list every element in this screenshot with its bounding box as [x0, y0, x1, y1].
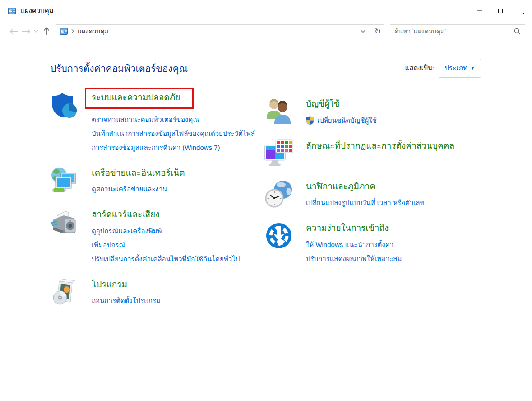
task-link[interactable]: เปลี่ยนแปลงรูปแบบวันที่ เวลา หรือตัวเลข	[306, 196, 425, 210]
window-controls	[469, 0, 532, 21]
window-title: แผงควบคุม	[20, 5, 54, 16]
view-by-control: แสดงเป็น: ประเภท ▼	[405, 59, 481, 78]
appearance-personalization-icon[interactable]	[264, 139, 293, 168]
category-column-left: ระบบและความปลอดภัย ตรวจทานสถานะคอมพิวเตอ…	[50, 91, 264, 319]
task-link[interactable]: ให้ Windows แนะนำการตั้งค่า	[306, 238, 393, 252]
forward-button[interactable]	[20, 24, 32, 38]
task-link[interactable]: ดูอุปกรณ์และเครื่องพิมพ์	[92, 224, 162, 238]
network-internet-icon[interactable]	[50, 166, 79, 195]
category-user-accounts: บัญชีผู้ใช้	[264, 97, 532, 127]
breadcrumb-chevron-icon[interactable]	[71, 29, 74, 33]
up-button[interactable]	[40, 24, 52, 38]
category-title-ease-of-access[interactable]: ความง่ายในการเข้าถึง	[306, 222, 389, 234]
task-link[interactable]: การสำรองข้อมูลและการคืนค่า (Windows 7)	[92, 140, 220, 154]
category-title-system-security[interactable]: ระบบและความปลอดภัย	[85, 88, 194, 109]
category-title-appearance-personalization[interactable]: ลักษณะที่ปรากฏและการตั้งค่าส่วนบุคคล	[306, 140, 454, 152]
view-by-dropdown[interactable]: ประเภท ▼	[439, 59, 481, 78]
task-link[interactable]: บันทึกสำเนาการสำรองข้อมูลไฟล์ของคุณด้วยป…	[92, 126, 255, 140]
search-box	[390, 24, 525, 38]
task-link[interactable]: ถอนการติดตั้งโปรแกรม	[92, 294, 161, 308]
user-accounts-icon[interactable]	[264, 97, 293, 126]
clock-region-icon[interactable]	[264, 180, 293, 209]
minimize-button[interactable]	[469, 0, 490, 21]
maximize-button[interactable]	[490, 0, 511, 21]
system-security-icon[interactable]	[50, 91, 79, 120]
hardware-sound-icon[interactable]	[50, 208, 79, 237]
category-column-right: บัญชีผู้ใช้	[264, 91, 532, 319]
address-bar[interactable]: แผงควบคุม	[56, 24, 371, 38]
category-programs: โปรแกรม ถอนการติดตั้งโปรแกรม	[50, 278, 264, 308]
task-link[interactable]: ปรับเปลี่ยนการตั้งค่าเคลื่อนไหวที่มักใช้…	[92, 252, 240, 266]
uac-shield-icon	[306, 116, 314, 125]
ease-of-access-icon[interactable]	[264, 221, 293, 250]
view-by-label: แสดงเป็น:	[405, 63, 435, 74]
task-link[interactable]: ปรับการแสดงผลภาพให้เหมาะสม	[306, 252, 402, 266]
task-link[interactable]: ตรวจทานสถานะคอมพิวเตอร์ของคุณ	[92, 112, 199, 126]
view-by-value: ประเภท	[445, 63, 468, 74]
task-link[interactable]: ดูสถานะเครือข่ายและงาน	[92, 182, 167, 196]
search-input[interactable]	[394, 28, 514, 35]
category-title-network-internet[interactable]: เครือข่ายและอินเทอร์เน็ต	[92, 167, 185, 179]
page-title: ปรับการตั้งค่าคอมพิวเตอร์ของคุณ	[50, 61, 188, 76]
search-icon[interactable]	[514, 28, 521, 35]
recent-pages-chevron-icon[interactable]	[32, 24, 40, 38]
category-network-internet: เครือข่ายและอินเทอร์เน็ต ดูสถานะเครือข่า…	[50, 166, 264, 196]
back-button[interactable]	[8, 24, 20, 38]
category-clock-region: นาฬิกาและภูมิภาค เปลี่ยนแปลงรูปแบบวันที่…	[264, 180, 532, 210]
task-link-uac[interactable]: เปลี่ยนชนิดบัญชีผู้ใช้	[306, 113, 377, 127]
category-title-hardware-sound[interactable]: ฮาร์ดแวร์และเสียง	[92, 208, 160, 221]
programs-icon[interactable]	[50, 278, 79, 307]
category-title-clock-region[interactable]: นาฬิกาและภูมิภาค	[306, 180, 375, 193]
task-link[interactable]: เพิ่มอุปกรณ์	[92, 238, 125, 252]
address-control-panel-icon	[60, 28, 68, 35]
refresh-button[interactable]: ↻	[371, 24, 384, 38]
category-title-user-accounts[interactable]: บัญชีผู้ใช้	[306, 98, 339, 110]
address-bar-group: แผงควบคุม ↻	[56, 24, 384, 38]
address-dropdown-chevron-icon[interactable]	[358, 30, 368, 33]
control-panel-window: แผงควบคุม	[0, 0, 532, 401]
category-appearance-personalization: ลักษณะที่ปรากฏและการตั้งค่าส่วนบุคคล	[264, 139, 532, 168]
view-by-caret-icon: ▼	[471, 66, 475, 70]
category-system-security: ระบบและความปลอดภัย ตรวจทานสถานะคอมพิวเตอ…	[50, 91, 264, 154]
breadcrumb[interactable]: แผงควบคุม	[78, 26, 109, 36]
category-hardware-sound: ฮาร์ดแวร์และเสียง ดูอุปกรณ์และเครื่องพิม…	[50, 208, 264, 266]
navigation-toolbar: แผงควบคุม ↻	[0, 21, 532, 41]
category-title-programs[interactable]: โปรแกรม	[92, 278, 127, 291]
main-content: ปรับการตั้งค่าคอมพิวเตอร์ของคุณ แสดงเป็น…	[0, 59, 532, 319]
category-ease-of-access: ความง่ายในการเข้าถึง ให้ Windows แนะนำกา…	[264, 221, 532, 266]
control-panel-icon	[8, 8, 16, 14]
close-button[interactable]	[511, 0, 532, 21]
title-bar: แผงควบคุม	[0, 0, 532, 21]
